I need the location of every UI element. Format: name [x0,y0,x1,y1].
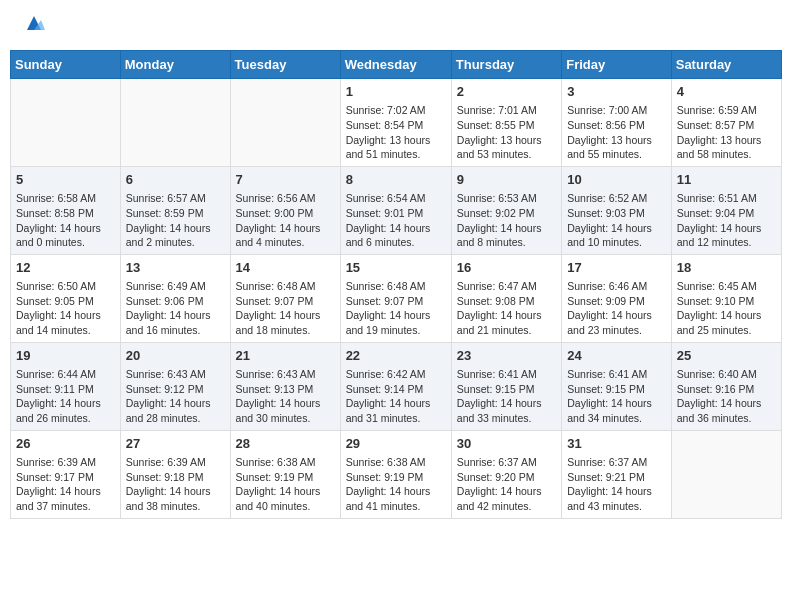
sunrise: Sunrise: 6:37 AM [567,456,647,468]
sunset: Sunset: 9:13 PM [236,383,314,395]
daylight: Daylight: 14 hours and 36 minutes. [677,397,762,424]
sunset: Sunset: 9:10 PM [677,295,755,307]
daylight: Daylight: 14 hours and 19 minutes. [346,309,431,336]
sunset: Sunset: 8:56 PM [567,119,645,131]
sunset: Sunset: 9:06 PM [126,295,204,307]
calendar-week-row: 26Sunrise: 6:39 AMSunset: 9:17 PMDayligh… [11,430,782,518]
calendar-cell: 20Sunrise: 6:43 AMSunset: 9:12 PMDayligh… [120,342,230,430]
sunrise: Sunrise: 7:00 AM [567,104,647,116]
day-number: 15 [346,259,446,277]
sunset: Sunset: 8:55 PM [457,119,535,131]
sunrise: Sunrise: 6:39 AM [16,456,96,468]
day-of-week-header: Thursday [451,51,561,79]
sunset: Sunset: 9:00 PM [236,207,314,219]
sunset: Sunset: 9:19 PM [236,471,314,483]
day-number: 29 [346,435,446,453]
day-number: 10 [567,171,666,189]
day-number: 21 [236,347,335,365]
daylight: Daylight: 14 hours and 12 minutes. [677,222,762,249]
daylight: Daylight: 14 hours and 23 minutes. [567,309,652,336]
sunrise: Sunrise: 6:42 AM [346,368,426,380]
sunrise: Sunrise: 6:52 AM [567,192,647,204]
daylight: Daylight: 14 hours and 31 minutes. [346,397,431,424]
day-of-week-header: Wednesday [340,51,451,79]
day-number: 9 [457,171,556,189]
daylight: Daylight: 14 hours and 26 minutes. [16,397,101,424]
sunrise: Sunrise: 6:50 AM [16,280,96,292]
sunrise: Sunrise: 6:58 AM [16,192,96,204]
daylight: Daylight: 14 hours and 34 minutes. [567,397,652,424]
sunset: Sunset: 9:21 PM [567,471,645,483]
sunset: Sunset: 9:16 PM [677,383,755,395]
sunrise: Sunrise: 6:45 AM [677,280,757,292]
day-number: 16 [457,259,556,277]
day-of-week-header: Monday [120,51,230,79]
sunset: Sunset: 8:59 PM [126,207,204,219]
sunrise: Sunrise: 6:40 AM [677,368,757,380]
day-number: 1 [346,83,446,101]
sunset: Sunset: 9:17 PM [16,471,94,483]
daylight: Daylight: 13 hours and 58 minutes. [677,134,762,161]
day-number: 24 [567,347,666,365]
sunset: Sunset: 9:01 PM [346,207,424,219]
daylight: Daylight: 14 hours and 38 minutes. [126,485,211,512]
calendar-cell: 31Sunrise: 6:37 AMSunset: 9:21 PMDayligh… [562,430,672,518]
daylight: Daylight: 14 hours and 14 minutes. [16,309,101,336]
day-number: 3 [567,83,666,101]
day-number: 7 [236,171,335,189]
day-number: 17 [567,259,666,277]
daylight: Daylight: 14 hours and 30 minutes. [236,397,321,424]
calendar-cell: 21Sunrise: 6:43 AMSunset: 9:13 PMDayligh… [230,342,340,430]
sunset: Sunset: 9:08 PM [457,295,535,307]
sunrise: Sunrise: 6:39 AM [126,456,206,468]
sunrise: Sunrise: 6:47 AM [457,280,537,292]
day-number: 27 [126,435,225,453]
daylight: Daylight: 14 hours and 43 minutes. [567,485,652,512]
sunrise: Sunrise: 6:43 AM [126,368,206,380]
sunrise: Sunrise: 6:38 AM [346,456,426,468]
day-number: 6 [126,171,225,189]
daylight: Daylight: 14 hours and 2 minutes. [126,222,211,249]
day-number: 14 [236,259,335,277]
day-of-week-header: Sunday [11,51,121,79]
sunrise: Sunrise: 6:48 AM [236,280,316,292]
calendar-week-row: 5Sunrise: 6:58 AMSunset: 8:58 PMDaylight… [11,166,782,254]
daylight: Daylight: 14 hours and 18 minutes. [236,309,321,336]
daylight: Daylight: 13 hours and 51 minutes. [346,134,431,161]
calendar-cell: 24Sunrise: 6:41 AMSunset: 9:15 PMDayligh… [562,342,672,430]
sunset: Sunset: 9:07 PM [346,295,424,307]
calendar-cell: 16Sunrise: 6:47 AMSunset: 9:08 PMDayligh… [451,254,561,342]
day-number: 23 [457,347,556,365]
day-number: 25 [677,347,776,365]
daylight: Daylight: 14 hours and 25 minutes. [677,309,762,336]
sunset: Sunset: 9:03 PM [567,207,645,219]
day-number: 11 [677,171,776,189]
calendar-cell: 8Sunrise: 6:54 AMSunset: 9:01 PMDaylight… [340,166,451,254]
calendar-cell: 25Sunrise: 6:40 AMSunset: 9:16 PMDayligh… [671,342,781,430]
sunset: Sunset: 9:05 PM [16,295,94,307]
calendar-cell: 22Sunrise: 6:42 AMSunset: 9:14 PMDayligh… [340,342,451,430]
page-header [10,10,782,42]
sunrise: Sunrise: 6:57 AM [126,192,206,204]
sunrise: Sunrise: 6:43 AM [236,368,316,380]
calendar-cell: 18Sunrise: 6:45 AMSunset: 9:10 PMDayligh… [671,254,781,342]
daylight: Daylight: 13 hours and 53 minutes. [457,134,542,161]
calendar-cell: 5Sunrise: 6:58 AMSunset: 8:58 PMDaylight… [11,166,121,254]
day-number: 26 [16,435,115,453]
sunset: Sunset: 9:04 PM [677,207,755,219]
sunrise: Sunrise: 6:38 AM [236,456,316,468]
calendar-week-row: 1Sunrise: 7:02 AMSunset: 8:54 PMDaylight… [11,79,782,167]
calendar-week-row: 12Sunrise: 6:50 AMSunset: 9:05 PMDayligh… [11,254,782,342]
sunrise: Sunrise: 6:59 AM [677,104,757,116]
calendar-cell: 17Sunrise: 6:46 AMSunset: 9:09 PMDayligh… [562,254,672,342]
calendar-cell: 27Sunrise: 6:39 AMSunset: 9:18 PMDayligh… [120,430,230,518]
logo-icon [23,12,45,38]
calendar-cell: 7Sunrise: 6:56 AMSunset: 9:00 PMDaylight… [230,166,340,254]
daylight: Daylight: 14 hours and 16 minutes. [126,309,211,336]
day-number: 4 [677,83,776,101]
sunset: Sunset: 9:19 PM [346,471,424,483]
day-number: 18 [677,259,776,277]
daylight: Daylight: 14 hours and 8 minutes. [457,222,542,249]
daylight: Daylight: 14 hours and 21 minutes. [457,309,542,336]
day-number: 31 [567,435,666,453]
